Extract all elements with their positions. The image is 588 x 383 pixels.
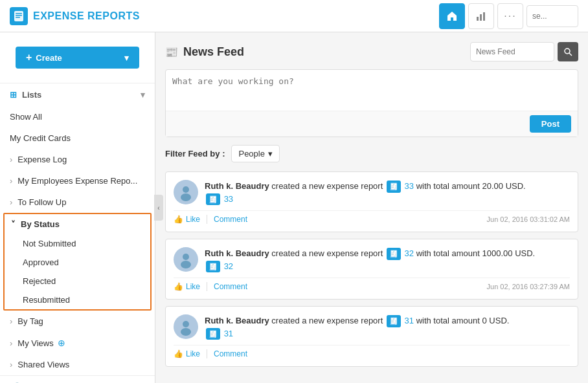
- report-icon-1: 🧾: [387, 181, 401, 193]
- not-submitted-label: Not Submitted: [23, 239, 76, 248]
- shared-views-item[interactable]: › Shared Views: [0, 354, 155, 375]
- comment-label-3: Comment: [214, 349, 247, 358]
- by-tag-chevron-icon: ›: [10, 316, 12, 326]
- app-logo-icon: [10, 7, 28, 25]
- feed-item-text: Ruth k. Beaudry created a new expense re…: [205, 314, 570, 340]
- report-link-2[interactable]: 32: [405, 248, 414, 258]
- lists-grid-icon: ⊞: [10, 90, 17, 100]
- feed-action-left: 👍 Like Comment: [174, 215, 247, 224]
- svg-rect-3: [16, 17, 20, 18]
- svg-point-7: [565, 49, 570, 54]
- avatar: [174, 247, 198, 272]
- resubmitted-item[interactable]: Resubmitted: [5, 290, 150, 309]
- create-label: Create: [36, 53, 62, 63]
- sidebar-collapse-handle[interactable]: ‹: [154, 195, 163, 221]
- my-views-item[interactable]: › My Views ⊕: [0, 332, 155, 354]
- like-link-2[interactable]: 👍 Like: [174, 282, 200, 291]
- filter-value: People: [238, 149, 264, 159]
- svg-rect-5: [480, 14, 482, 21]
- my-credit-cards-item[interactable]: My Credit Cards: [0, 127, 155, 149]
- avatar: [174, 314, 198, 339]
- comment-link-2[interactable]: Comment: [214, 282, 247, 291]
- feed-item: Ruth k. Beaudry created a new expense re…: [165, 239, 578, 300]
- news-feed-search-input[interactable]: [470, 42, 554, 61]
- more-nav-button[interactable]: ···: [497, 3, 523, 29]
- news-feed-search-button[interactable]: [558, 42, 578, 61]
- to-follow-up-item[interactable]: › To Follow Up: [0, 192, 155, 213]
- by-status-container: ˅ By Status Not Submitted Approved Rejec…: [3, 213, 152, 311]
- svg-point-9: [183, 186, 189, 193]
- news-feed-title: News Feed: [183, 45, 470, 59]
- chart-nav-button[interactable]: [468, 3, 494, 29]
- follow-up-chevron-icon: ›: [10, 197, 12, 207]
- sidebar: + Create ▾ ⊞ Lists ▾ Show All My Credit …: [0, 32, 155, 383]
- feed-list: Ruth k. Beaudry created a new expense re…: [165, 171, 578, 367]
- by-status-chevron-icon: ˅: [11, 219, 16, 229]
- feed-item-top: Ruth k. Beaudry created a new expense re…: [174, 180, 570, 205]
- show-all-label: Show All: [10, 112, 42, 122]
- post-footer: Post: [166, 111, 578, 137]
- svg-point-13: [183, 321, 189, 327]
- post-button[interactable]: Post: [530, 115, 571, 133]
- comment-link-1[interactable]: Comment: [214, 215, 247, 224]
- by-status-label: By Status: [21, 219, 60, 229]
- lists-chevron-icon: ▾: [141, 90, 145, 100]
- to-follow-up-label: To Follow Up: [17, 197, 66, 207]
- feed-author: Ruth k. Beaudry created a new expense re…: [205, 181, 385, 191]
- post-box: Post: [165, 69, 578, 137]
- report-link-1[interactable]: 33: [405, 181, 414, 191]
- approved-item[interactable]: Approved: [5, 253, 150, 272]
- global-search-input[interactable]: [526, 5, 578, 27]
- my-credit-cards-label: My Credit Cards: [10, 133, 71, 143]
- my-employees-expense-item[interactable]: › My Employees Expense Repo...: [0, 170, 155, 192]
- expense-log-item[interactable]: › Expense Log: [0, 149, 155, 170]
- sidebar-wrapper: + Create ▾ ⊞ Lists ▾ Show All My Credit …: [0, 32, 155, 383]
- main-layout: + Create ▾ ⊞ Lists ▾ Show All My Credit …: [0, 32, 588, 383]
- like-label-3: Like: [186, 349, 200, 358]
- report-link-1b[interactable]: 33: [224, 194, 233, 204]
- feed-author-3: Ruth k. Beaudry created a new expense re…: [205, 316, 385, 325]
- rejected-item[interactable]: Rejected: [5, 272, 150, 290]
- comment-link-3[interactable]: Comment: [214, 349, 247, 358]
- create-chevron-icon: ▾: [124, 53, 129, 63]
- feed-amount-2: with total amount 1000.00 USD.: [416, 248, 536, 258]
- lists-section-header[interactable]: ⊞ Lists ▾: [0, 83, 155, 106]
- feed-item: Ruth k. Beaudry created a new expense re…: [165, 171, 578, 232]
- like-icon-1: 👍: [174, 215, 183, 224]
- action-divider: [207, 215, 207, 224]
- svg-line-8: [569, 53, 572, 56]
- report-link-2b[interactable]: 32: [224, 261, 233, 271]
- feed-item-top: Ruth k. Beaudry created a new expense re…: [174, 247, 570, 272]
- avatar: [174, 180, 198, 204]
- report-link-3[interactable]: 31: [405, 316, 414, 325]
- feed-action-left: 👍 Like Comment: [174, 282, 247, 291]
- main-content: 📰 News Feed Post Filter Feed by :: [155, 32, 588, 383]
- filter-dropdown[interactable]: People ▾: [231, 145, 279, 162]
- expense-log-label: Expense Log: [17, 155, 67, 164]
- my-views-add-icon[interactable]: ⊕: [58, 338, 65, 348]
- shared-views-label: Shared Views: [17, 360, 69, 369]
- svg-point-11: [183, 254, 189, 260]
- like-link-1[interactable]: 👍 Like: [174, 215, 200, 224]
- by-tag-item[interactable]: › By Tag: [0, 311, 155, 332]
- create-button[interactable]: + Create ▾: [16, 47, 139, 69]
- svg-point-12: [181, 261, 191, 268]
- app-header: EXPENSE REPORTS ···: [0, 0, 588, 32]
- svg-point-10: [181, 193, 191, 201]
- not-submitted-item[interactable]: Not Submitted: [5, 234, 150, 253]
- by-tag-label: By Tag: [17, 316, 43, 326]
- post-textarea[interactable]: [166, 70, 578, 109]
- report-link-3b[interactable]: 31: [224, 329, 233, 338]
- home-nav-button[interactable]: [439, 3, 465, 29]
- by-status-header[interactable]: ˅ By Status: [5, 214, 150, 234]
- feed-timestamp-2: Jun 02, 2016 03:27:39 AM: [487, 283, 570, 290]
- svg-rect-0: [14, 11, 23, 21]
- feed-item-actions: 👍 Like Comment: [174, 345, 570, 358]
- action-divider: [207, 349, 207, 358]
- show-all-item[interactable]: Show All: [0, 106, 155, 127]
- lists-section: ⊞ Lists ▾ Show All My Credit Cards › Exp…: [0, 83, 155, 375]
- logo-area: EXPENSE REPORTS: [10, 7, 439, 25]
- useful-links-section[interactable]: 🔗 Useful Links ›: [0, 375, 155, 383]
- like-link-3[interactable]: 👍 Like: [174, 349, 200, 358]
- employees-chevron-icon: ›: [10, 176, 12, 186]
